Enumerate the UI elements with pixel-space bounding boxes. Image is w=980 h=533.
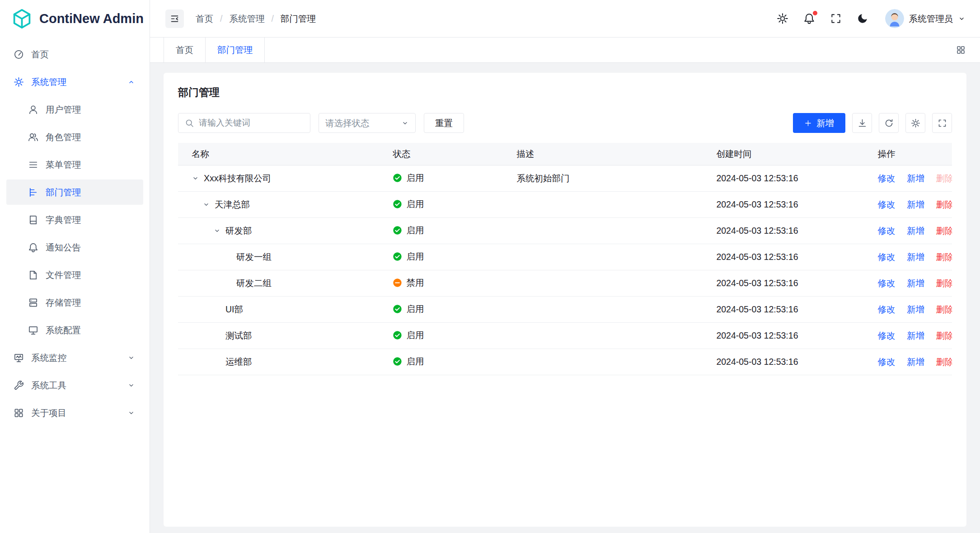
sidebar-item-tools[interactable]: 系统工具 [6,373,143,398]
sidebar-item-file[interactable]: 文件管理 [6,262,143,288]
edit-link[interactable]: 修改 [878,173,896,183]
check-circle-icon [393,252,402,261]
cell-desc [503,322,703,349]
dept-name: 测试部 [225,330,252,342]
sidebar-item-monitor[interactable]: 系统监控 [6,345,143,370]
cell-name: 天津总部 [178,191,379,217]
sidebar-item-storage[interactable]: 存储管理 [6,290,143,315]
cell-name: UI部 [178,296,379,322]
header-desc: 描述 [503,143,703,165]
delete-link[interactable]: 删除 [936,330,952,340]
users-icon [28,132,38,142]
add-link[interactable]: 新增 [907,226,924,236]
breadcrumb-home[interactable]: 首页 [196,13,213,25]
delete-link[interactable]: 删除 [936,304,952,314]
add-link[interactable]: 新增 [907,252,924,262]
sidebar-item-system[interactable]: 系统管理 [6,69,143,94]
apps-grid-icon [956,45,966,55]
sidebar-item-config[interactable]: 系统配置 [6,317,143,343]
delete-link[interactable]: 删除 [936,357,952,367]
delete-link[interactable]: 删除 [936,199,952,209]
logo[interactable]: ContiNew Admin [0,0,150,38]
sidebar-item-label: 字典管理 [46,214,81,226]
add-link[interactable]: 新增 [907,304,924,314]
edit-link[interactable]: 修改 [878,278,896,288]
dept-name: 研发一组 [236,251,272,263]
add-link[interactable]: 新增 [907,330,924,340]
breadcrumb-system[interactable]: 系统管理 [229,13,264,25]
notifications-button[interactable] [803,13,815,24]
sidebar-item-about[interactable]: 关于项目 [6,400,143,425]
breadcrumb-separator: / [271,14,273,24]
sidebar-item-notice[interactable]: 通知公告 [6,235,143,260]
status-select[interactable]: 请选择状态 [319,113,416,133]
sidebar-item-role[interactable]: 角色管理 [6,124,143,150]
add-link[interactable]: 新增 [907,173,924,183]
sidebar-item-menu[interactable]: 菜单管理 [6,152,143,177]
app-root: ContiNew Admin 首页 系统管理 用户管理 角色管理 [0,0,980,533]
edit-link[interactable]: 修改 [878,252,896,262]
reset-button[interactable]: 重置 [424,113,464,133]
edit-link[interactable]: 修改 [878,330,896,340]
tab-label: 部门管理 [217,44,253,56]
sidebar-item-home[interactable]: 首页 [6,42,143,67]
expand-chevron-icon[interactable] [202,201,215,208]
cell-created: 2024-05-03 12:53:16 [703,217,867,244]
delete-link[interactable]: 删除 [936,226,952,236]
column-settings-button[interactable] [905,113,925,133]
tab-dept[interactable]: 部门管理 [206,38,265,62]
edit-link[interactable]: 修改 [878,199,896,209]
add-link[interactable]: 新增 [907,357,924,367]
add-link[interactable]: 新增 [907,199,924,209]
cell-ops: 修改 新增 删除 [867,296,952,322]
sidebar-item-user[interactable]: 用户管理 [6,97,143,122]
breadcrumb: 首页 / 系统管理 / 部门管理 [196,13,316,25]
cell-status: 启用 [379,244,503,270]
delete-link[interactable]: 删除 [936,173,952,183]
main-area: 首页 / 系统管理 / 部门管理 系统管理员 [150,0,980,533]
refresh-button[interactable] [879,113,899,133]
tab-options-button[interactable] [956,38,966,62]
dashboard-icon [14,49,24,60]
bell-icon [28,242,38,253]
tab-home[interactable]: 首页 [164,38,206,62]
book-icon [28,215,38,225]
dept-card: 部门管理 请选择状态 重置 新增 [164,73,966,527]
cell-created: 2024-05-03 12:53:16 [703,165,867,191]
table-fullscreen-button[interactable] [932,113,952,133]
keyword-input[interactable] [199,118,304,128]
edit-link[interactable]: 修改 [878,226,896,236]
delete-link[interactable]: 删除 [936,252,952,262]
dark-mode-moon-icon[interactable] [857,13,868,24]
add-link[interactable]: 新增 [907,278,924,288]
edit-link[interactable]: 修改 [878,304,896,314]
page-title: 部门管理 [178,85,952,99]
search-icon [185,118,194,128]
sidebar-menu: 首页 系统管理 用户管理 角色管理 菜单管理 部门管理 [0,38,150,533]
search-box[interactable] [178,113,310,133]
expand-chevron-icon[interactable] [192,175,204,182]
sidebar-item-dept[interactable]: 部门管理 [6,179,143,205]
cell-ops: 修改 新增 删除 [867,349,952,375]
export-button[interactable] [852,113,872,133]
sidebar-item-dict[interactable]: 字典管理 [6,207,143,232]
sidebar-item-label: 系统工具 [31,379,66,391]
sidebar-item-label: 关于项目 [31,407,66,419]
add-button[interactable]: 新增 [793,113,845,133]
expand-chevron-icon[interactable] [213,227,225,235]
edit-link[interactable]: 修改 [878,357,896,367]
sidebar-item-label: 用户管理 [46,104,81,116]
cell-created: 2024-05-03 12:53:16 [703,349,867,375]
cell-desc [503,270,703,296]
user-menu[interactable]: 系统管理员 [885,9,966,28]
delete-link[interactable]: 删除 [936,278,952,288]
topbar-actions: 系统管理员 [777,9,966,28]
sidebar-item-label: 通知公告 [46,241,81,254]
toolbar-right: 新增 [793,113,952,133]
cell-name: 研发一组 [178,244,379,270]
cell-status: 启用 [379,191,503,217]
fullscreen-icon[interactable] [830,13,842,24]
dept-name: UI部 [225,303,243,316]
sidebar-collapse-button[interactable] [165,9,184,28]
settings-icon[interactable] [777,13,788,24]
